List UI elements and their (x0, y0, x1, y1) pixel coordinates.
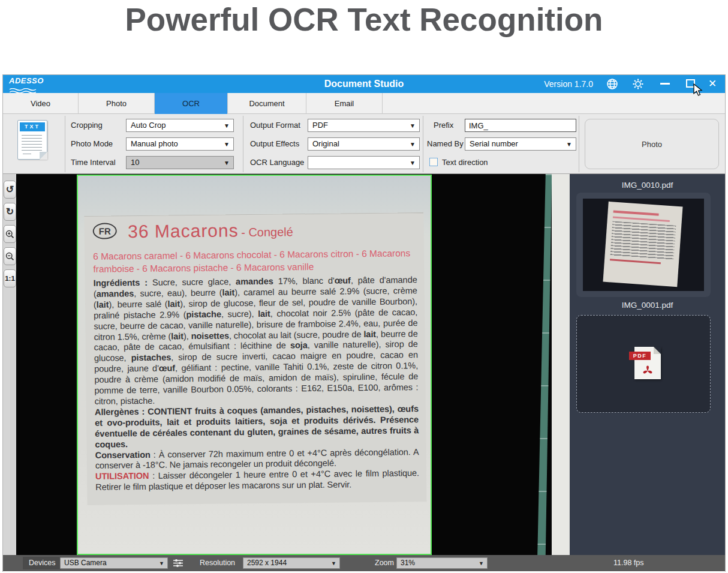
zoom-in-button[interactable] (4, 225, 16, 243)
camera-preview: FR 36 Macarons - Congelé 6 Macarons cara… (16, 174, 570, 555)
named-by-dropdown[interactable]: Serial number (465, 137, 576, 151)
titlebar: ADESSO Document Studio Version 1.7.0 (3, 75, 725, 93)
photo-mode-label: Photo Mode (71, 137, 113, 151)
mat-edge-strip (552, 174, 570, 555)
separator (65, 116, 65, 172)
pdf-badge: PDF (629, 352, 651, 360)
label-varieties: 6 Macarons caramel - 6 Macarons chocolat… (93, 247, 417, 275)
minimize-button[interactable] (660, 83, 670, 85)
separator (423, 116, 423, 172)
txt-document-icon: TXT (17, 120, 47, 160)
txt-icon-lines (22, 135, 42, 152)
txt-icon-band: TXT (20, 122, 45, 131)
allergens-paragraph: Allergènes : CONTIENT fruits à coques (a… (95, 404, 419, 450)
txt-icon-signature (23, 154, 31, 155)
adobe-trefoil-icon (641, 364, 654, 376)
output-files-panel: IMG_0010.pdf IMG_0001.pdf PDF (570, 174, 725, 555)
rotate-ccw-button[interactable]: ↺ (4, 181, 16, 199)
ocr-language-dropdown[interactable] (308, 156, 420, 169)
rotate-cw-button[interactable]: ↻ (4, 203, 16, 221)
device-dropdown[interactable]: USB Camera (60, 557, 168, 569)
output-effects-dropdown[interactable]: Original (308, 137, 420, 151)
app-window: ADESSO Document Studio Version 1.7.0 (3, 75, 725, 571)
thumbnail-img-0010[interactable] (576, 193, 711, 297)
mini-label-paper (603, 202, 682, 287)
thumbnail-photo (583, 199, 704, 291)
fps-indicator: 11.98 fps (613, 555, 644, 571)
output-format-dropdown[interactable]: PDF (308, 119, 420, 132)
label-title: 36 Macarons (128, 220, 239, 241)
text-direction-checkbox[interactable] (429, 158, 438, 166)
tab-ocr[interactable]: OCR (155, 93, 228, 114)
tab-bar: Video Photo OCR Document Email (3, 93, 725, 114)
camera-settings-sliders-icon[interactable] (173, 559, 183, 568)
file-name: IMG_0001.pdf (570, 301, 725, 310)
version-label: Version 1.7.0 (544, 75, 593, 93)
named-by-label: Named By (427, 137, 464, 151)
tab-video[interactable]: Video (3, 93, 79, 114)
output-format-label: Output Format (250, 119, 300, 132)
ingredients-paragraph: Ingrédients : Sucre, sucre glace, amande… (94, 275, 419, 407)
label-body: Ingrédients : Sucre, sucre glace, amande… (94, 275, 420, 493)
status-bar: Devices USB Camera Resolution 2592 x 194… (3, 555, 725, 571)
tab-document[interactable]: Document (228, 93, 306, 114)
cropping-dropdown[interactable]: Auto Crop (126, 119, 234, 132)
separator (243, 116, 243, 172)
cutting-mat-strip (531, 174, 555, 555)
tab-photo[interactable]: Photo (79, 93, 155, 114)
label-subtitle: - Congelé (241, 225, 293, 239)
prefix-input[interactable] (465, 119, 576, 132)
label-header: FR 36 Macarons - Congelé (93, 218, 417, 242)
actual-size-button[interactable]: 1:1 (4, 269, 16, 287)
page-fold (654, 347, 661, 354)
scanned-document: FR 36 Macarons - Congelé 6 Macarons cara… (77, 175, 432, 555)
photo-capture-button[interactable]: Photo (585, 119, 719, 169)
utilisation-paragraph: UTILISATION : Laisser décongeler 1 heure… (95, 468, 419, 493)
toolbar: TXT Cropping Auto Crop Photo Mode Manual… (3, 114, 725, 174)
zoom-out-button[interactable] (4, 247, 16, 265)
prefix-label: Prefix (434, 119, 453, 132)
devices-label: Devices (23, 557, 61, 569)
pdf-file-icon: PDF (634, 347, 661, 379)
view-toolstrip: ↺ ↻ 1:1 (3, 174, 16, 555)
time-interval-label: Time Interval (71, 156, 116, 169)
txt-icon-fold (40, 152, 47, 160)
time-interval-dropdown[interactable]: 10 (126, 156, 234, 169)
zoom-label: Zoom (375, 555, 394, 571)
file-name: IMG_0010.pdf (570, 181, 725, 190)
cropping-label: Cropping (71, 119, 103, 132)
mouse-cursor (693, 83, 705, 97)
fr-badge: FR (93, 223, 117, 239)
ocr-language-label: OCR Language (250, 156, 304, 169)
zoom-dropdown[interactable]: 31% (396, 557, 488, 569)
separator (579, 116, 579, 172)
page-title: Powerful OCR Text Recognition (0, 1, 728, 38)
output-effects-label: Output Effects (250, 137, 299, 151)
resolution-label: Resolution (200, 555, 235, 571)
tab-email[interactable]: Email (306, 93, 383, 114)
resolution-dropdown[interactable]: 2592 x 1944 (243, 557, 340, 569)
food-label: FR 36 Macarons - Congelé 6 Macarons cara… (84, 212, 426, 505)
text-direction-label: Text direction (442, 156, 488, 169)
settings-gear-icon[interactable] (632, 78, 644, 90)
language-globe-icon[interactable] (606, 78, 618, 90)
conservation-paragraph: Conservation : À conserver 72h maximum e… (95, 447, 419, 472)
close-button[interactable]: ✕ (707, 76, 718, 88)
thumbnail-img-0001[interactable]: PDF (576, 315, 711, 413)
photo-mode-dropdown[interactable]: Manual photo (126, 137, 234, 151)
